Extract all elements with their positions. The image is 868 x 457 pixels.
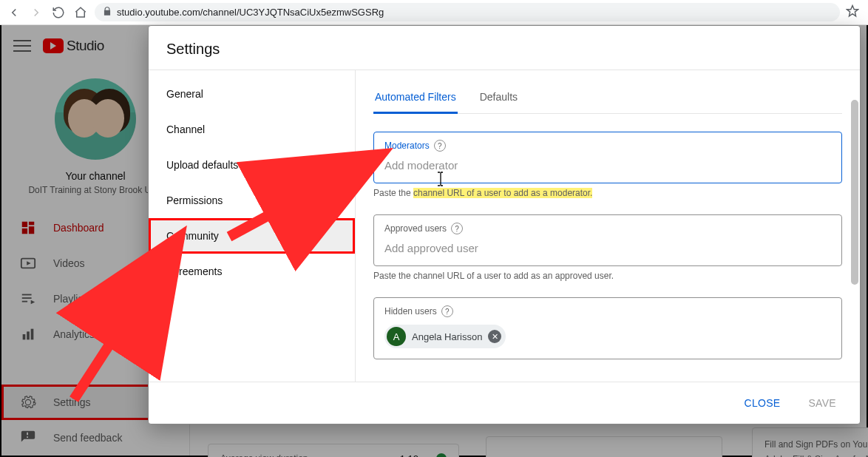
hidden-users-label: Hidden users [384,306,437,316]
approved-users-label: Approved users [384,223,447,234]
settings-item-community[interactable]: Community [149,218,355,254]
tab-automated-filters[interactable]: Automated Filters [373,82,458,114]
help-icon[interactable]: ? [451,223,463,234]
settings-footer: CLOSE SAVE [149,382,860,424]
lock-icon [102,6,112,18]
approved-users-hint: Paste the channel URL of a user to add a… [373,271,842,281]
chip-remove-icon[interactable]: ✕ [488,330,501,343]
back-button[interactable] [6,4,22,21]
save-button[interactable]: SAVE [801,393,844,413]
settings-item-agreements[interactable]: Agreements [149,254,355,289]
moderators-input[interactable] [384,159,831,172]
browser-toolbar: studio.youtube.com/channel/UC3YJQTNsaCiU… [0,0,868,25]
settings-item-upload-defaults[interactable]: Upload defaults [149,147,355,183]
hidden-users-field[interactable]: Hidden users ? A Angela Harisson ✕ [373,297,842,359]
settings-content: Automated Filters Defaults Moderators ? … [356,70,860,382]
moderators-hint: Paste the channel URL of a user to add a… [373,188,842,198]
hidden-user-chip: A Angela Harisson ✕ [384,325,506,348]
settings-item-general[interactable]: General [149,76,355,112]
scrollbar-thumb[interactable] [851,100,858,285]
close-button[interactable]: CLOSE [737,393,788,413]
settings-title: Settings [149,26,860,70]
chip-name: Angela Harisson [412,331,482,342]
chip-avatar: A [387,327,406,346]
settings-item-permissions[interactable]: Permissions [149,183,355,218]
moderators-label: Moderators [384,141,430,151]
settings-sidebar: General Channel Upload defaults Permissi… [149,70,356,382]
approved-users-input[interactable] [384,242,831,254]
moderators-field[interactable]: Moderators ? [373,132,842,183]
help-icon[interactable]: ? [434,140,446,152]
moderators-hint-highlight: channel URL of a user to add as a modera… [413,188,592,198]
help-icon[interactable]: ? [441,305,453,317]
settings-item-channel[interactable]: Channel [149,112,355,147]
tab-defaults[interactable]: Defaults [478,82,519,113]
forward-button[interactable] [28,4,44,21]
settings-dialog: Settings General Channel Upload defaults… [148,25,861,424]
bookmark-star-icon[interactable] [846,4,859,21]
community-tabs: Automated Filters Defaults [373,82,842,114]
home-button[interactable] [72,4,89,21]
reload-button[interactable] [50,4,67,21]
approved-users-field[interactable]: Approved users ? [373,214,842,266]
address-bar[interactable]: studio.youtube.com/channel/UC3YJQTNsaCiU… [95,3,840,21]
url-text: studio.youtube.com/channel/UC3YJQTNsaCiU… [117,7,384,18]
